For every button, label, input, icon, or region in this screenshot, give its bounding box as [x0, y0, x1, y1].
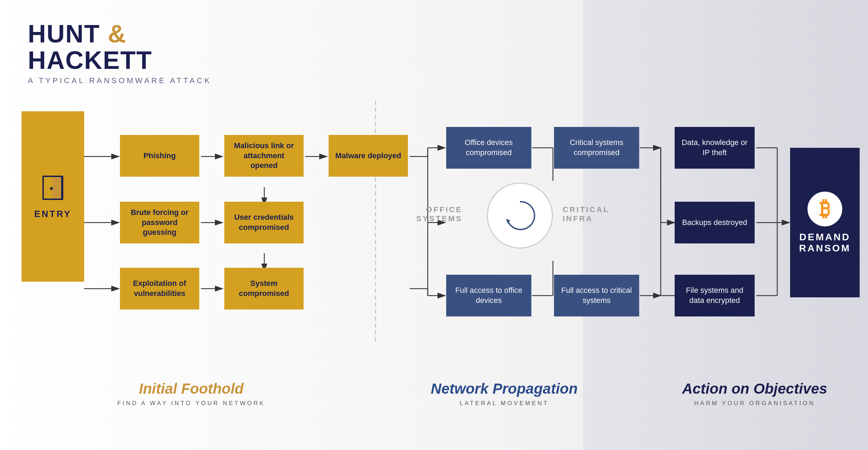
malicious-link-box: Malicious link or attachment opened	[224, 135, 304, 177]
logo-line2: HACKETT	[28, 46, 152, 74]
system-compromised-box: System compromised	[224, 268, 304, 310]
office-systems-label: OFFICESYSTEMS	[393, 205, 463, 223]
network-propagation-phase: Network Propagation LATERAL MOVEMENT	[383, 380, 626, 407]
logo: HUNT & HACKETT	[28, 21, 840, 73]
entry-box: ENTRY	[22, 111, 84, 282]
data-theft-box: Data, knowledge or IP theft	[675, 127, 755, 169]
logo-line1: HUNT &	[28, 20, 127, 48]
subtitle: A TYPICAL RANSOMWARE ATTACK	[28, 76, 840, 85]
cycle-circle	[487, 183, 553, 249]
demand-ransom-label: DEMAND RANSOM	[799, 232, 851, 254]
network-propagation-sub: LATERAL MOVEMENT	[383, 400, 626, 407]
bitcoin-icon: ₿	[807, 192, 842, 226]
malware-box: Malware deployed	[329, 135, 408, 177]
user-credentials-box: User credentials compromised	[224, 202, 304, 243]
action-objectives-sub: HARM YOUR ORGANISATION	[650, 400, 859, 407]
initial-foothold-title: Initial Foothold	[35, 380, 348, 397]
network-propagation-title: Network Propagation	[383, 380, 626, 397]
office-devices-box: Office devices compromised	[446, 127, 531, 169]
entry-label: ENTRY	[34, 209, 71, 219]
critical-systems-box: Critical systems compromised	[554, 127, 639, 169]
exploitation-box: Exploitation of vulnerabilities	[120, 268, 199, 310]
ampersand: &	[108, 20, 127, 48]
action-objectives-title: Action on Objectives	[650, 380, 859, 397]
svg-point-39	[50, 187, 53, 190]
file-systems-box: File systems and data encrypted	[675, 275, 755, 316]
header: HUNT & HACKETT A TYPICAL RANSOMWARE ATTA…	[28, 21, 840, 85]
action-objectives-phase: Action on Objectives HARM YOUR ORGANISAT…	[650, 380, 859, 407]
initial-foothold-phase: Initial Foothold FIND A WAY INTO YOUR NE…	[35, 380, 348, 407]
critical-infra-label: CRITICALINFRA	[563, 205, 632, 223]
ransom-box: ₿ DEMAND RANSOM	[790, 148, 860, 297]
door-icon	[39, 174, 67, 202]
brute-forcing-box: Brute forcing or password guessing	[120, 202, 199, 243]
phishing-box: Phishing	[120, 135, 199, 177]
diagram: ENTRY Phishing Malicious link or attachm…	[0, 94, 868, 355]
cycle-arrow-svg	[501, 196, 539, 235]
initial-foothold-sub: FIND A WAY INTO YOUR NETWORK	[35, 400, 348, 407]
backups-box: Backups destroyed	[675, 202, 755, 243]
full-critical-box: Full access to critical systems	[554, 275, 639, 316]
full-office-box: Full access to office devices	[446, 275, 531, 316]
